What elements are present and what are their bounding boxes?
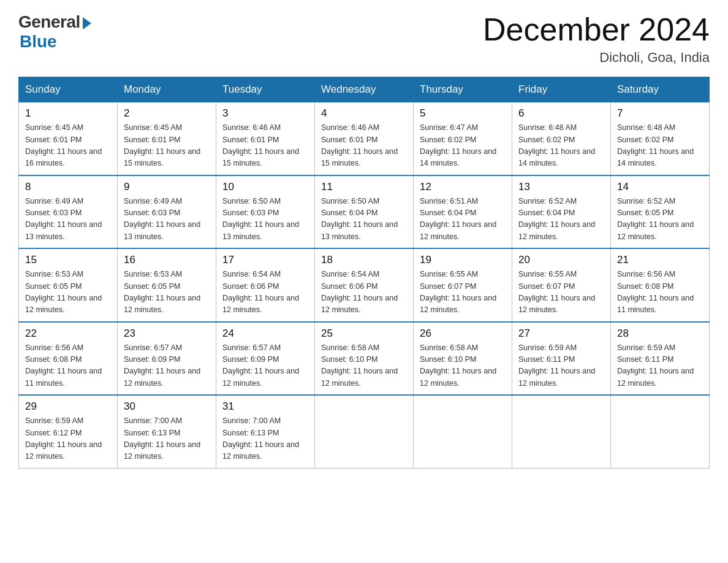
day-number: 20 bbox=[518, 254, 604, 266]
column-header-monday: Monday bbox=[118, 77, 216, 102]
day-info: Sunrise: 6:57 AMSunset: 6:09 PMDaylight:… bbox=[124, 342, 210, 390]
day-number: 7 bbox=[617, 107, 703, 120]
day-info: Sunrise: 6:47 AMSunset: 6:02 PMDaylight:… bbox=[420, 122, 506, 170]
day-number: 14 bbox=[617, 181, 703, 193]
calendar-cell: 19 Sunrise: 6:55 AMSunset: 6:07 PMDaylig… bbox=[414, 248, 512, 322]
month-title: December 2024 bbox=[483, 12, 710, 47]
day-number: 12 bbox=[420, 181, 506, 193]
day-info: Sunrise: 6:52 AMSunset: 6:05 PMDaylight:… bbox=[617, 196, 703, 243]
calendar-cell: 18 Sunrise: 6:54 AMSunset: 6:06 PMDaylig… bbox=[315, 248, 414, 322]
calendar-cell: 11 Sunrise: 6:50 AMSunset: 6:04 PMDaylig… bbox=[315, 175, 414, 249]
logo-blue-text: Blue bbox=[20, 32, 57, 52]
day-info: Sunrise: 7:00 AMSunset: 6:13 PMDaylight:… bbox=[124, 415, 210, 463]
column-header-friday: Friday bbox=[512, 77, 611, 102]
calendar-cell: 10 Sunrise: 6:50 AMSunset: 6:03 PMDaylig… bbox=[216, 175, 315, 249]
calendar-cell: 31 Sunrise: 7:00 AMSunset: 6:13 PMDaylig… bbox=[216, 395, 315, 468]
day-number: 5 bbox=[420, 107, 506, 120]
calendar-cell: 27 Sunrise: 6:59 AMSunset: 6:11 PMDaylig… bbox=[512, 322, 611, 396]
calendar-header-row: SundayMondayTuesdayWednesdayThursdayFrid… bbox=[19, 77, 710, 102]
day-info: Sunrise: 6:51 AMSunset: 6:04 PMDaylight:… bbox=[420, 196, 506, 243]
calendar-cell: 23 Sunrise: 6:57 AMSunset: 6:09 PMDaylig… bbox=[118, 322, 216, 396]
calendar-cell bbox=[414, 395, 512, 468]
calendar-week-row: 8 Sunrise: 6:49 AMSunset: 6:03 PMDayligh… bbox=[19, 175, 710, 249]
day-number: 21 bbox=[617, 254, 703, 266]
calendar-week-row: 15 Sunrise: 6:53 AMSunset: 6:05 PMDaylig… bbox=[19, 248, 710, 322]
day-number: 19 bbox=[420, 254, 506, 266]
column-header-thursday: Thursday bbox=[414, 77, 512, 102]
calendar-week-row: 29 Sunrise: 6:59 AMSunset: 6:12 PMDaylig… bbox=[19, 395, 710, 468]
calendar-cell: 14 Sunrise: 6:52 AMSunset: 6:05 PMDaylig… bbox=[611, 175, 710, 249]
calendar-cell: 4 Sunrise: 6:46 AMSunset: 6:01 PMDayligh… bbox=[315, 102, 414, 175]
day-info: Sunrise: 6:53 AMSunset: 6:05 PMDaylight:… bbox=[25, 269, 111, 316]
calendar-table: SundayMondayTuesdayWednesdayThursdayFrid… bbox=[18, 77, 710, 469]
day-info: Sunrise: 6:57 AMSunset: 6:09 PMDaylight:… bbox=[222, 342, 308, 390]
day-number: 25 bbox=[321, 327, 407, 340]
day-info: Sunrise: 6:46 AMSunset: 6:01 PMDaylight:… bbox=[321, 122, 407, 170]
day-number: 11 bbox=[321, 181, 407, 193]
calendar-cell: 28 Sunrise: 6:59 AMSunset: 6:11 PMDaylig… bbox=[611, 322, 710, 396]
day-info: Sunrise: 6:56 AMSunset: 6:08 PMDaylight:… bbox=[25, 342, 111, 390]
calendar-cell bbox=[611, 395, 710, 468]
page-header: General Blue December 2024 Dicholi, Goa,… bbox=[18, 12, 710, 66]
calendar-cell: 30 Sunrise: 7:00 AMSunset: 6:13 PMDaylig… bbox=[118, 395, 216, 468]
calendar-cell: 12 Sunrise: 6:51 AMSunset: 6:04 PMDaylig… bbox=[414, 175, 512, 249]
logo-arrow-icon bbox=[83, 17, 91, 29]
calendar-cell: 2 Sunrise: 6:45 AMSunset: 6:01 PMDayligh… bbox=[118, 102, 216, 175]
day-info: Sunrise: 6:46 AMSunset: 6:01 PMDaylight:… bbox=[222, 122, 308, 170]
column-header-saturday: Saturday bbox=[611, 77, 710, 102]
day-info: Sunrise: 6:54 AMSunset: 6:06 PMDaylight:… bbox=[321, 269, 407, 316]
day-number: 16 bbox=[124, 254, 210, 266]
calendar-cell: 8 Sunrise: 6:49 AMSunset: 6:03 PMDayligh… bbox=[19, 175, 118, 249]
day-info: Sunrise: 6:58 AMSunset: 6:10 PMDaylight:… bbox=[420, 342, 506, 390]
day-info: Sunrise: 6:50 AMSunset: 6:04 PMDaylight:… bbox=[321, 196, 407, 243]
day-info: Sunrise: 6:59 AMSunset: 6:12 PMDaylight:… bbox=[25, 415, 111, 463]
calendar-cell: 3 Sunrise: 6:46 AMSunset: 6:01 PMDayligh… bbox=[216, 102, 315, 175]
calendar-cell: 1 Sunrise: 6:45 AMSunset: 6:01 PMDayligh… bbox=[19, 102, 118, 175]
day-number: 4 bbox=[321, 107, 407, 120]
calendar-cell: 15 Sunrise: 6:53 AMSunset: 6:05 PMDaylig… bbox=[19, 248, 118, 322]
calendar-cell: 16 Sunrise: 6:53 AMSunset: 6:05 PMDaylig… bbox=[118, 248, 216, 322]
day-info: Sunrise: 7:00 AMSunset: 6:13 PMDaylight:… bbox=[222, 415, 308, 463]
day-number: 26 bbox=[420, 327, 506, 340]
day-number: 15 bbox=[25, 254, 111, 266]
day-info: Sunrise: 6:55 AMSunset: 6:07 PMDaylight:… bbox=[518, 269, 604, 316]
day-info: Sunrise: 6:59 AMSunset: 6:11 PMDaylight:… bbox=[518, 342, 604, 390]
title-block: December 2024 Dicholi, Goa, India bbox=[483, 12, 710, 66]
calendar-week-row: 1 Sunrise: 6:45 AMSunset: 6:01 PMDayligh… bbox=[19, 102, 710, 175]
calendar-cell: 21 Sunrise: 6:56 AMSunset: 6:08 PMDaylig… bbox=[611, 248, 710, 322]
day-number: 10 bbox=[222, 181, 308, 193]
day-info: Sunrise: 6:48 AMSunset: 6:02 PMDaylight:… bbox=[617, 122, 703, 170]
day-number: 1 bbox=[25, 107, 111, 120]
day-info: Sunrise: 6:50 AMSunset: 6:03 PMDaylight:… bbox=[222, 196, 308, 243]
calendar-cell bbox=[512, 395, 611, 468]
calendar-cell: 29 Sunrise: 6:59 AMSunset: 6:12 PMDaylig… bbox=[19, 395, 118, 468]
day-number: 3 bbox=[222, 107, 308, 120]
day-number: 18 bbox=[321, 254, 407, 266]
logo: General Blue bbox=[18, 12, 91, 52]
day-number: 22 bbox=[25, 327, 111, 340]
day-info: Sunrise: 6:49 AMSunset: 6:03 PMDaylight:… bbox=[25, 196, 111, 243]
day-number: 6 bbox=[518, 107, 604, 120]
day-info: Sunrise: 6:48 AMSunset: 6:02 PMDaylight:… bbox=[518, 122, 604, 170]
day-number: 29 bbox=[25, 400, 111, 413]
day-number: 9 bbox=[124, 181, 210, 193]
day-info: Sunrise: 6:49 AMSunset: 6:03 PMDaylight:… bbox=[124, 196, 210, 243]
calendar-cell: 26 Sunrise: 6:58 AMSunset: 6:10 PMDaylig… bbox=[414, 322, 512, 396]
calendar-cell: 9 Sunrise: 6:49 AMSunset: 6:03 PMDayligh… bbox=[118, 175, 216, 249]
calendar-cell: 17 Sunrise: 6:54 AMSunset: 6:06 PMDaylig… bbox=[216, 248, 315, 322]
calendar-cell: 5 Sunrise: 6:47 AMSunset: 6:02 PMDayligh… bbox=[414, 102, 512, 175]
day-number: 31 bbox=[222, 400, 308, 413]
day-info: Sunrise: 6:45 AMSunset: 6:01 PMDaylight:… bbox=[124, 122, 210, 170]
day-number: 13 bbox=[518, 181, 604, 193]
day-info: Sunrise: 6:45 AMSunset: 6:01 PMDaylight:… bbox=[25, 122, 111, 170]
logo-general-text: General bbox=[18, 12, 80, 32]
day-number: 28 bbox=[617, 327, 703, 340]
calendar-cell: 6 Sunrise: 6:48 AMSunset: 6:02 PMDayligh… bbox=[512, 102, 611, 175]
day-info: Sunrise: 6:55 AMSunset: 6:07 PMDaylight:… bbox=[420, 269, 506, 316]
calendar-week-row: 22 Sunrise: 6:56 AMSunset: 6:08 PMDaylig… bbox=[19, 322, 710, 396]
column-header-sunday: Sunday bbox=[19, 77, 118, 102]
day-info: Sunrise: 6:53 AMSunset: 6:05 PMDaylight:… bbox=[124, 269, 210, 316]
day-info: Sunrise: 6:58 AMSunset: 6:10 PMDaylight:… bbox=[321, 342, 407, 390]
day-number: 24 bbox=[222, 327, 308, 340]
column-header-wednesday: Wednesday bbox=[315, 77, 414, 102]
